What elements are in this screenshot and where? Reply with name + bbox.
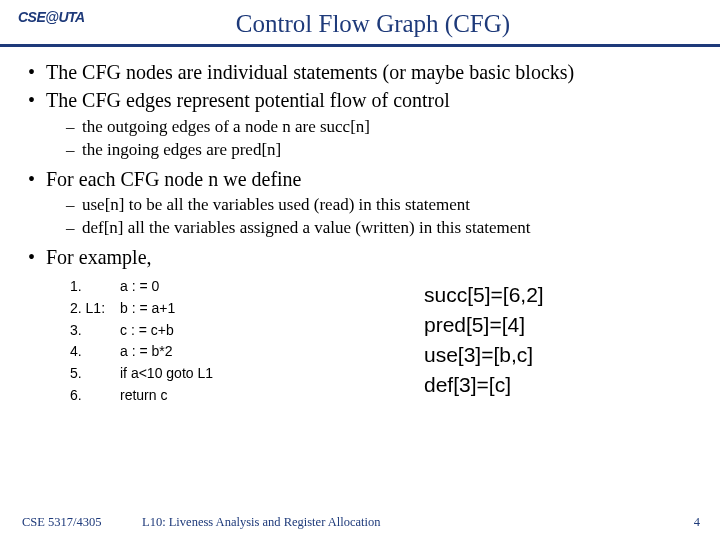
sub-list-edges: the outgoing edges of a node n are succ[…	[46, 116, 700, 162]
bullet-define-text: For each CFG node n we define	[46, 168, 302, 190]
code-line-4: 4.a : = b*2	[64, 341, 354, 363]
bullet-example-text: For example,	[46, 246, 152, 268]
slide-footer: CSE 5317/4305 L10: Liveness Analysis and…	[0, 515, 720, 530]
result-pred: pred[5]=[4]	[424, 310, 544, 340]
result-use: use[3]=[b,c]	[424, 340, 544, 370]
line-num: 3.	[64, 320, 120, 342]
bullet-edges-text: The CFG edges represent potential flow o…	[46, 89, 450, 111]
sub-list-define: use[n] to be all the variables used (rea…	[46, 194, 700, 240]
line-num: 4.	[64, 341, 120, 363]
slide-header: CSE@UTA Control Flow Graph (CFG)	[0, 0, 720, 44]
sub-succ: the outgoing edges of a node n are succ[…	[46, 116, 700, 139]
line-stmt: a : = b*2	[120, 341, 354, 363]
footer-lecture: L10: Liveness Analysis and Register Allo…	[142, 515, 694, 530]
result-def: def[3]=[c]	[424, 370, 544, 400]
logo-text: CSE@UTA	[18, 9, 85, 25]
code-block: 1.a : = 0 2. L1:b : = a+1 3.c : = c+b 4.…	[64, 276, 354, 406]
results-block: succ[5]=[6,2] pred[5]=[4] use[3]=[b,c] d…	[354, 276, 544, 406]
sub-pred: the ingoing edges are pred[n]	[46, 139, 700, 162]
slide-content: The CFG nodes are individual statements …	[0, 59, 720, 406]
code-line-5: 5.if a<10 goto L1	[64, 363, 354, 385]
result-succ: succ[5]=[6,2]	[424, 280, 544, 310]
slide-title: Control Flow Graph (CFG)	[104, 10, 702, 38]
bullet-nodes: The CFG nodes are individual statements …	[28, 59, 700, 85]
line-stmt: c : = c+b	[120, 320, 354, 342]
line-stmt: return c	[120, 385, 354, 407]
example-row: 1.a : = 0 2. L1:b : = a+1 3.c : = c+b 4.…	[46, 276, 700, 406]
code-line-1: 1.a : = 0	[64, 276, 354, 298]
footer-page-number: 4	[694, 515, 700, 530]
sub-use: use[n] to be all the variables used (rea…	[46, 194, 700, 217]
code-line-3: 3.c : = c+b	[64, 320, 354, 342]
line-stmt: a : = 0	[120, 276, 354, 298]
sub-def: def[n] all the variables assigned a valu…	[46, 217, 700, 240]
line-num: 6.	[64, 385, 120, 407]
bullet-list: The CFG nodes are individual statements …	[28, 59, 700, 406]
title-underline	[0, 44, 720, 47]
bullet-example: For example, 1.a : = 0 2. L1:b : = a+1 3…	[28, 244, 700, 407]
line-stmt: b : = a+1	[120, 298, 354, 320]
line-num: 2. L1:	[64, 298, 120, 320]
code-line-6: 6.return c	[64, 385, 354, 407]
bullet-define: For each CFG node n we define use[n] to …	[28, 166, 700, 240]
cse-uta-logo: CSE@UTA	[18, 8, 96, 40]
footer-course: CSE 5317/4305	[22, 515, 142, 530]
bullet-edges: The CFG edges represent potential flow o…	[28, 87, 700, 161]
line-num: 1.	[64, 276, 120, 298]
line-num: 5.	[64, 363, 120, 385]
code-line-2: 2. L1:b : = a+1	[64, 298, 354, 320]
line-stmt: if a<10 goto L1	[120, 363, 354, 385]
